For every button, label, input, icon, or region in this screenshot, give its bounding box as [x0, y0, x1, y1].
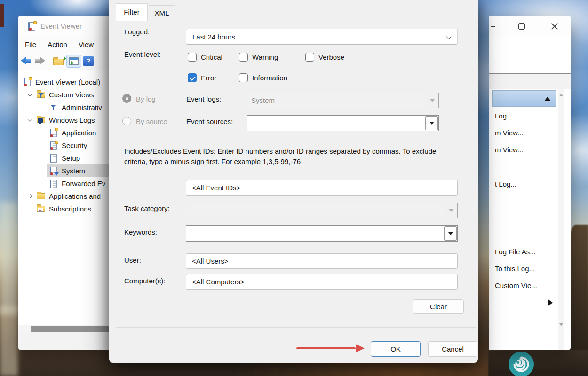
toolbar-strip [489, 74, 571, 89]
user-label: User: [124, 256, 141, 264]
tab-filter[interactable]: Filter [116, 3, 148, 21]
checkbox-box[interactable] [239, 73, 248, 82]
wallpaper-detail [0, 4, 4, 27]
maximize-icon[interactable] [518, 23, 525, 30]
collapse-up-icon[interactable] [544, 97, 551, 101]
menu-toolbar-area [489, 37, 571, 66]
tree-item-administrative-views[interactable]: Administrativ [18, 101, 110, 114]
logged-value: Last 24 hours [192, 33, 235, 41]
event-sources-label: Event sources: [186, 118, 233, 125]
chevron-down-icon[interactable] [24, 118, 36, 122]
action-item-filter-current-log[interactable]: t Log... [495, 180, 516, 188]
checkbox-box[interactable] [305, 53, 314, 62]
checkbox-critical[interactable]: Critical [188, 53, 222, 62]
tree-item-setup[interactable]: Setup [18, 152, 110, 164]
title-bar [489, 16, 571, 37]
tree-item-applications-and-services[interactable]: Applications and [18, 190, 110, 203]
clear-button[interactable]: Clear [413, 299, 464, 314]
event-logs-label: Event logs: [186, 95, 221, 103]
console-tree: Event Viewer (Local) Custom Views Admini… [18, 70, 110, 325]
tree-item-forwarded-events[interactable]: Forwarded Ev [18, 177, 110, 190]
actions-divider [493, 313, 555, 313]
action-item-import-custom-view[interactable]: m View... [495, 146, 524, 154]
show-console-tree-icon[interactable] [66, 55, 81, 68]
action-item-open-saved-log[interactable]: Log... [495, 112, 513, 120]
action-item-save-log-file-as[interactable]: Log File As... [495, 248, 536, 256]
title-bar: Event Viewer [18, 16, 110, 37]
event-ids-help-text: Includes/Excludes Event IDs: Enter ID nu… [124, 146, 460, 167]
wallpaper-haze [0, 202, 18, 315]
checkbox-box[interactable] [239, 53, 248, 62]
action-item-save-filter-custom-view[interactable]: Custom Vie... [495, 282, 537, 290]
event-log-icon [49, 141, 58, 150]
checkbox-box[interactable] [188, 73, 197, 82]
chevron-right-icon[interactable] [24, 195, 36, 198]
tree-item-application[interactable]: Application [18, 126, 110, 139]
tab-xml[interactable]: XML [149, 5, 175, 21]
help-icon[interactable]: ? [83, 56, 94, 66]
scroll-up-icon[interactable] [559, 94, 563, 96]
event-viewer-root-icon [23, 78, 32, 87]
wallpaper-sand [0, 306, 18, 376]
by-log-label: By log [136, 95, 156, 103]
action-item-create-custom-view[interactable]: m View... [495, 129, 524, 137]
tree-item-subscriptions[interactable]: Subscriptions [18, 203, 110, 215]
custom-views-folder-icon [36, 90, 46, 100]
user-input[interactable]: <All Users> [186, 253, 458, 269]
tree-item-custom-views[interactable]: Custom Views [18, 88, 110, 101]
event-viewer-actions-window: Log... m View... m View... t Log... Log … [489, 16, 571, 350]
checkbox-box[interactable] [188, 53, 197, 62]
event-viewer-window: Event Viewer File Action View ? Event Vi… [18, 16, 110, 350]
event-logs-dropdown: System [247, 93, 439, 108]
close-icon[interactable] [551, 23, 558, 30]
keywords-dropdown[interactable] [186, 225, 458, 242]
menu-view[interactable]: View [73, 40, 99, 48]
event-ids-input[interactable]: <All Event IDs> [186, 180, 458, 196]
action-item-attach-task-to-log[interactable]: To this Log... [495, 265, 535, 273]
vertical-scrollbar[interactable] [558, 89, 564, 350]
horizontal-scrollbar[interactable] [18, 325, 110, 332]
logged-label: Logged: [124, 28, 150, 36]
plain-log-icon [49, 179, 58, 188]
wallpaper-rocks [488, 350, 588, 376]
forward-icon[interactable] [34, 57, 45, 65]
tree-item-security[interactable]: Security [18, 139, 110, 152]
filter-current-log-dialog: Filter XML Logged: Last 24 hours Event l… [109, 0, 478, 363]
chevron-down-icon[interactable] [24, 93, 36, 96]
event-level-label: Event level: [124, 50, 161, 58]
task-category-dropdown [186, 203, 458, 218]
radio-by-log-selected[interactable] [122, 94, 131, 103]
checkbox-error-checked[interactable]: Error [188, 73, 216, 82]
watermark-spiral-logo [508, 351, 534, 376]
back-icon[interactable] [21, 57, 32, 65]
cancel-button[interactable]: Cancel [428, 341, 477, 357]
minimize-icon[interactable] [491, 26, 495, 27]
filtered-log-icon [49, 166, 58, 176]
event-viewer-app-icon [27, 22, 37, 31]
folder-icon [36, 192, 46, 201]
open-saved-log-icon[interactable] [53, 56, 64, 66]
menu-action[interactable]: Action [42, 40, 73, 48]
scrollbar-thumb[interactable] [31, 326, 110, 332]
checkbox-warning[interactable]: Warning [239, 53, 278, 62]
ok-button[interactable]: OK [371, 341, 421, 357]
logged-dropdown[interactable]: Last 24 hours [186, 29, 458, 45]
radio-by-source[interactable] [122, 117, 131, 125]
tree-item-event-viewer-local[interactable]: Event Viewer (Local) [18, 76, 110, 88]
computers-input[interactable]: <All Computers> [186, 274, 458, 290]
checkbox-information[interactable]: Information [239, 73, 287, 82]
scroll-down-icon[interactable] [559, 323, 563, 326]
tree-item-windows-logs[interactable]: Windows Logs [18, 114, 110, 126]
menu-file[interactable]: File [19, 40, 42, 48]
status-strip [18, 332, 110, 350]
event-sources-dropdown[interactable] [247, 115, 439, 131]
submenu-arrow-icon[interactable] [548, 299, 553, 306]
actions-group-header[interactable] [492, 90, 556, 107]
dropdown-button[interactable] [444, 226, 457, 241]
plain-log-icon [49, 154, 58, 163]
tree-item-system-selected[interactable]: System [18, 164, 110, 177]
task-category-label: Task category: [124, 204, 170, 212]
checkbox-verbose[interactable]: Verbose [305, 53, 344, 62]
keywords-label: Keywords: [124, 228, 157, 236]
dropdown-button[interactable] [425, 116, 438, 130]
